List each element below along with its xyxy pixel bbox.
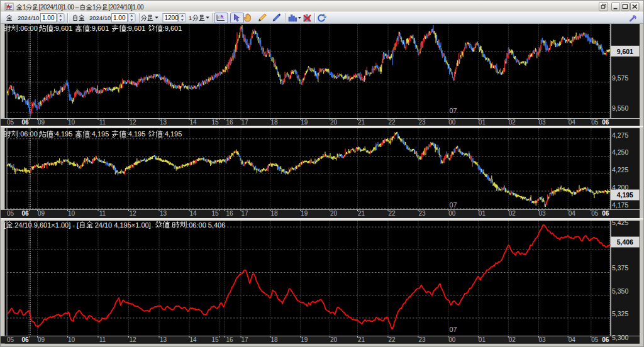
svg-text:5,375: 5,375: [612, 264, 628, 272]
svg-text:12: 12: [129, 336, 136, 343]
svg-text:21: 21: [358, 210, 365, 217]
svg-text:20: 20: [330, 119, 338, 126]
svg-text:05: 05: [591, 210, 599, 217]
svg-text:06: 06: [21, 119, 29, 126]
svg-text:24/10 4,195×1.00]: 24/10 4,195×1.00]: [95, 221, 151, 229]
svg-text::9,601: :9,601: [126, 25, 146, 32]
svg-text:17: 17: [241, 119, 248, 126]
svg-text:4,275: 4,275: [612, 131, 628, 139]
svg-text:11: 11: [99, 336, 106, 343]
svg-text:06: 06: [602, 119, 609, 126]
svg-text:02: 02: [509, 336, 516, 343]
svg-text:12: 12: [129, 210, 136, 217]
svg-text:06: 06: [21, 210, 29, 217]
svg-text:4,175: 4,175: [612, 201, 628, 209]
svg-text:01: 01: [479, 336, 486, 343]
svg-text:20: 20: [330, 336, 338, 343]
svg-text:11: 11: [99, 210, 106, 217]
svg-text:02: 02: [509, 210, 516, 217]
svg-text:23: 23: [418, 210, 426, 217]
svg-text:1.00: 1.00: [42, 14, 55, 21]
svg-text:09: 09: [38, 119, 45, 126]
svg-text:1.00: 1.00: [113, 14, 126, 21]
svg-text::06:00: :06:00: [18, 130, 38, 138]
svg-text:03: 03: [538, 210, 546, 217]
svg-text:20: 20: [330, 210, 338, 217]
svg-text:07: 07: [450, 107, 457, 114]
svg-text:R: R: [324, 15, 327, 19]
svg-text:1: 1: [92, 4, 96, 11]
svg-text:04: 04: [569, 119, 576, 126]
svg-text:4,225: 4,225: [612, 166, 628, 174]
svg-text:11: 11: [99, 119, 106, 126]
svg-text:14: 14: [189, 210, 197, 217]
svg-text:1: 1: [189, 14, 192, 21]
svg-text:2024/10: 2024/10: [18, 14, 39, 21]
svg-text:1200: 1200: [165, 14, 179, 21]
svg-text:10: 10: [68, 336, 75, 343]
svg-text:05: 05: [591, 336, 599, 343]
svg-text:1: 1: [23, 4, 26, 11]
svg-text:14: 14: [189, 336, 197, 343]
svg-text:03: 03: [538, 119, 546, 126]
svg-text:5,300: 5,300: [612, 334, 628, 341]
svg-text:16: 16: [226, 119, 233, 126]
svg-text:13: 13: [160, 210, 167, 217]
svg-text:04: 04: [569, 336, 576, 343]
svg-text:9,601: 9,601: [617, 48, 633, 55]
svg-text:06: 06: [602, 336, 609, 343]
svg-text:18: 18: [270, 210, 278, 217]
svg-text:09: 09: [38, 210, 45, 217]
svg-text:16: 16: [226, 336, 233, 343]
svg-text:5,425: 5,425: [612, 219, 628, 226]
svg-text::06:00 5,406: :06:00 5,406: [187, 221, 225, 229]
svg-text:4,250: 4,250: [612, 148, 628, 156]
svg-text:12: 12: [129, 119, 136, 126]
svg-text::06:00: :06:00: [18, 25, 38, 32]
svg-text:15: 15: [211, 119, 219, 126]
svg-text:04: 04: [569, 210, 576, 217]
svg-text:00: 00: [448, 210, 456, 217]
svg-text:09: 09: [38, 336, 45, 343]
svg-text:9,550: 9,550: [612, 104, 628, 112]
svg-text:18: 18: [270, 336, 278, 343]
svg-text:19: 19: [301, 210, 308, 217]
svg-text:05: 05: [7, 336, 14, 343]
svg-text:22: 22: [388, 336, 396, 343]
svg-text::9,601: :9,601: [90, 25, 109, 32]
svg-text:24/10 9,601×1.00] - [: 24/10 9,601×1.00] - [: [14, 221, 79, 229]
svg-text:01: 01: [479, 210, 486, 217]
svg-text:5,325: 5,325: [612, 310, 628, 317]
svg-text:23: 23: [418, 336, 426, 343]
svg-text:14: 14: [189, 119, 197, 126]
svg-text:2024/10: 2024/10: [89, 14, 111, 21]
svg-text:05: 05: [7, 210, 14, 217]
svg-text:00: 00: [448, 119, 456, 126]
svg-text:15: 15: [211, 336, 219, 343]
svg-text::9,601: :9,601: [163, 25, 182, 32]
svg-text::4,195: :4,195: [163, 130, 182, 138]
svg-text::4,195: :4,195: [90, 130, 109, 138]
svg-text:03: 03: [538, 336, 546, 343]
svg-text:9,575: 9,575: [612, 74, 628, 82]
svg-text::9,601: :9,601: [53, 25, 73, 32]
svg-text:07: 07: [450, 326, 457, 333]
svg-text:05: 05: [7, 119, 14, 126]
svg-text:00: 00: [448, 336, 456, 343]
svg-text:18: 18: [270, 119, 278, 126]
svg-text:13: 13: [160, 119, 167, 126]
svg-text:5,350: 5,350: [612, 287, 628, 295]
svg-text:10: 10: [68, 119, 75, 126]
svg-text:13: 13: [160, 336, 167, 343]
svg-text:07: 07: [450, 201, 457, 209]
svg-text:06: 06: [602, 210, 609, 217]
svg-text:05: 05: [591, 119, 599, 126]
svg-text:4,195: 4,195: [617, 191, 633, 199]
svg-text:16: 16: [226, 210, 233, 217]
svg-text:22: 22: [388, 210, 396, 217]
svg-text:17: 17: [241, 336, 248, 343]
svg-text:21: 21: [358, 119, 365, 126]
svg-text::4,195: :4,195: [126, 130, 146, 138]
svg-text:[2024/10]1.00 –: [2024/10]1.00 –: [39, 4, 79, 11]
svg-text:06: 06: [21, 336, 29, 343]
